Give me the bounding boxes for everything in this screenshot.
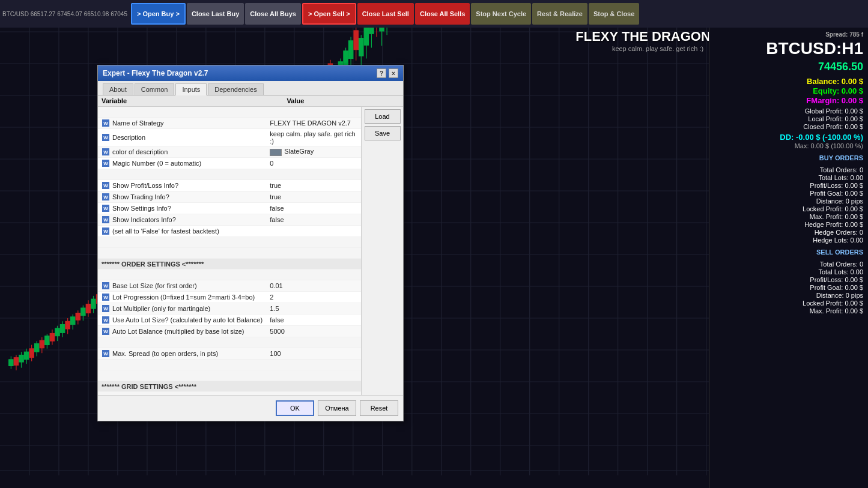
global-profit-stat: Global Profit: 0.00 $ — [714, 107, 863, 115]
close-last-sell-button[interactable]: Close Last Sell — [357, 3, 414, 25]
row-value: 0.01 — [270, 282, 357, 289]
dd-stat: DD: -0.00 $ (-100.00 %) — [714, 133, 863, 142]
svg-rect-76 — [91, 299, 96, 309]
table-container: W Name of Strategy FLEXY THE DRAGON v2.7… — [98, 107, 403, 395]
toolbar: BTC/USD 66517.27 67454.07 66510.98 67045… — [0, 0, 868, 28]
table-row — [98, 237, 361, 248]
pair-label: BTCUSD:H1 — [714, 39, 863, 58]
dialog-title: Expert - Flexy The Dragon v2.7 — [103, 69, 208, 77]
save-button[interactable]: Save — [365, 126, 401, 140]
table-row: W Lot Multiplier (only for martingale) 1… — [98, 303, 361, 315]
row-variable: Auto Lot Balance (multiplied by base lot… — [112, 328, 270, 335]
svg-rect-56 — [40, 340, 44, 348]
row-value: false — [270, 216, 357, 223]
table-row: W Show Profit/Loss Info? true — [98, 180, 361, 191]
buy-locked-profit: Locked Profit: 0.00 $ — [714, 205, 863, 212]
row-variable: Show Indicators Info? — [112, 216, 270, 223]
max-stat: Max: 0.00 $ (100.00 %) — [714, 142, 863, 149]
sell-orders-header: SELL ORDERS — [714, 249, 863, 256]
row-value: false — [270, 316, 357, 324]
stop-next-cycle-button[interactable]: Stop Next Cycle — [471, 3, 531, 25]
help-button[interactable]: ? — [377, 68, 386, 78]
sell-profit-goal: Profit Goal: 0.00 $ — [714, 284, 863, 291]
row-icon: W — [102, 133, 110, 142]
svg-rect-180 — [359, 38, 363, 56]
cancel-button[interactable]: Отмена — [318, 400, 356, 416]
svg-rect-70 — [76, 313, 80, 321]
row-value: SlateGray — [270, 148, 357, 155]
row-icon: W — [102, 148, 110, 156]
row-icon: W — [102, 193, 110, 201]
row-variable: Lot Multiplier (only for martingale) — [112, 305, 270, 312]
svg-rect-58 — [45, 336, 49, 345]
row-value: FLEXY THE DRAGON v2.7 — [270, 119, 357, 127]
load-button[interactable]: Load — [365, 109, 401, 124]
row-value: 2 — [270, 294, 357, 301]
row-icon: W — [102, 349, 110, 358]
sell-total-orders: Total Orders: 0 — [714, 261, 863, 268]
row-variable: (set all to 'False' for fastest backtest… — [112, 227, 270, 235]
table-row: ******* GRID SETTINGS <******* — [98, 381, 361, 392]
svg-rect-62 — [55, 328, 59, 336]
margin-stat: FMargin: 0.00 $ — [714, 96, 863, 105]
table-row: W color of description SlateGray — [98, 146, 361, 158]
svg-rect-176 — [348, 41, 353, 59]
stop-close-button[interactable]: Stop & Close — [589, 3, 639, 25]
current-price: 74456.50 — [714, 61, 863, 73]
open-buy-button[interactable]: > Open Buy > — [131, 3, 186, 25]
row-icon: W — [102, 304, 110, 313]
row-variable: Use Auto Lot Size? (calculated by auto l… — [112, 316, 270, 324]
col-variable-header: Variable — [102, 97, 287, 104]
table-row — [98, 370, 361, 381]
row-variable: Show Trading Info? — [112, 193, 270, 200]
open-sell-button[interactable]: > Open Sell > — [302, 3, 356, 25]
rest-realize-button[interactable]: Rest & Realize — [532, 3, 587, 25]
row-variable: Magic Number (0 = automatic) — [112, 160, 270, 167]
close-all-sells-button[interactable]: Close All Sells — [415, 3, 470, 25]
spread-label: Spread: 785 f — [714, 31, 863, 38]
table-row: W (set all to 'False' for fastest backte… — [98, 226, 361, 237]
ok-button[interactable]: OK — [276, 400, 314, 416]
right-panel: Spread: 785 f BTCUSD:H1 74456.50 Balance… — [709, 28, 868, 488]
dialog-content: Variable Value W Name of Strategy FLEXY … — [98, 95, 403, 395]
svg-rect-178 — [354, 31, 358, 50]
row-value: 1.5 — [270, 305, 357, 312]
row-variable: Show Settings Info? — [112, 205, 270, 212]
row-icon: W — [102, 181, 110, 190]
row-variable: Name of Strategy — [112, 119, 270, 127]
row-icon: W — [102, 293, 110, 301]
table-row: W Lot Progression (0=fixed 1=sum 2=marti… — [98, 292, 361, 303]
table-row: W Name of Strategy FLEXY THE DRAGON v2.7 — [98, 118, 361, 129]
svg-rect-74 — [86, 304, 90, 313]
tab-about[interactable]: About — [103, 83, 133, 95]
table-row: W Max. Spread (to open orders, in pts) 1… — [98, 348, 361, 360]
equity-stat: Equity: 0.00 $ — [714, 86, 863, 95]
tab-common[interactable]: Common — [135, 83, 175, 95]
table-row: W Show Trading Info? true — [98, 191, 361, 203]
svg-rect-66 — [65, 321, 70, 329]
col-value-header: Value — [287, 97, 390, 104]
sell-distance: Distance: 0 pips — [714, 292, 863, 299]
svg-rect-68 — [71, 317, 75, 325]
table-body[interactable]: W Name of Strategy FLEXY THE DRAGON v2.7… — [98, 107, 361, 395]
row-icon: W — [102, 204, 110, 212]
row-value: 100 — [270, 350, 357, 357]
table-row: ******* ORDER SETTINGS <******* — [98, 259, 361, 270]
table-row: W Auto Lot Balance (multiplied by base l… — [98, 326, 361, 337]
tab-dependencies[interactable]: Dependencies — [208, 83, 263, 95]
dialog-titlebar: Expert - Flexy The Dragon v2.7 ? × — [98, 65, 403, 81]
section-label: ******* ORDER SETTINGS <******* — [102, 261, 204, 268]
table-row — [98, 107, 361, 118]
svg-rect-60 — [50, 333, 54, 341]
sell-profit-loss: Profit/Loss: 0.00 $ — [714, 276, 863, 283]
table-row: W Use Auto Lot Size? (calculated by auto… — [98, 315, 361, 326]
close-all-buys-button[interactable]: Close All Buys — [245, 3, 301, 25]
tab-inputs[interactable]: Inputs — [175, 83, 207, 95]
close-button[interactable]: × — [389, 68, 398, 78]
side-buttons: Load Save — [361, 107, 403, 395]
row-icon: W — [102, 215, 110, 224]
row-value: true — [270, 182, 357, 189]
section-label: ******* GRID SETTINGS <******* — [102, 383, 196, 390]
close-last-buy-button[interactable]: Close Last Buy — [187, 3, 244, 25]
reset-button[interactable]: Reset — [360, 400, 398, 416]
